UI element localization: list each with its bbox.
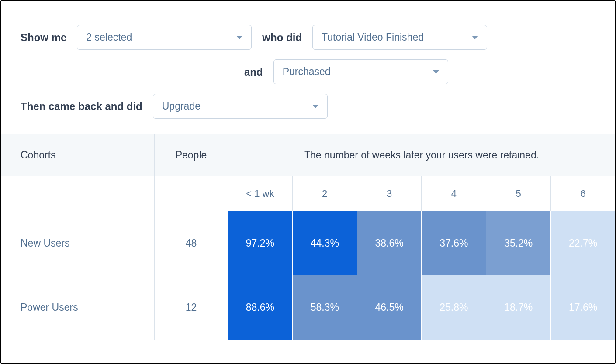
- table-header-row: Cohorts People The number of weeks later…: [1, 134, 615, 176]
- header-retained: The number of weeks later your users wer…: [228, 134, 615, 176]
- heat-cell: 58.3%: [293, 275, 357, 340]
- week-label: 4: [422, 176, 486, 211]
- then-dropdown[interactable]: Upgrade: [153, 94, 328, 119]
- show-me-label: Show me: [21, 31, 66, 44]
- cohort-name: New Users: [1, 211, 155, 275]
- heat-cell: 22.7%: [551, 211, 615, 275]
- then-label: Then came back and did: [21, 100, 142, 113]
- chevron-down-icon: [236, 36, 242, 39]
- heat-cell: 18.7%: [486, 275, 551, 340]
- cohort-people: 12: [155, 275, 228, 340]
- then-value: Upgrade: [162, 100, 201, 112]
- chevron-down-icon: [433, 70, 439, 74]
- heat-cell: 35.2%: [486, 211, 551, 275]
- header-people: People: [155, 134, 228, 176]
- show-me-value: 2 selected: [86, 31, 132, 43]
- chevron-down-icon: [312, 105, 318, 108]
- week-header-row: < 1 wk23456: [1, 176, 615, 211]
- week-label: 2: [293, 176, 357, 211]
- cohort-name: Power Users: [1, 275, 155, 340]
- week-label: < 1 wk: [228, 176, 293, 211]
- cohort-people: 48: [155, 211, 228, 275]
- chevron-down-icon: [472, 36, 478, 39]
- heat-cell: 17.6%: [551, 275, 615, 340]
- week-label: 3: [357, 176, 422, 211]
- heat-cell: 88.6%: [228, 275, 293, 340]
- table-row: New Users4897.2%44.3%38.6%37.6%35.2%22.7…: [1, 211, 615, 275]
- heat-cell: 44.3%: [293, 211, 357, 275]
- week-label: 5: [486, 176, 551, 211]
- and-dropdown[interactable]: Purchased: [273, 59, 448, 84]
- and-value: Purchased: [283, 66, 331, 78]
- table-row: Power Users1288.6%58.3%46.5%25.8%18.7%17…: [1, 275, 615, 340]
- header-cohorts: Cohorts: [1, 134, 155, 176]
- show-me-dropdown[interactable]: 2 selected: [77, 25, 252, 50]
- blank-cell: [155, 176, 228, 211]
- who-did-label: who did: [262, 31, 302, 44]
- query-builder: Show me 2 selected who did Tutorial Vide…: [1, 1, 615, 134]
- and-label: and: [244, 66, 263, 78]
- week-label: 6: [551, 176, 615, 211]
- heat-cell: 37.6%: [422, 211, 486, 275]
- heat-cell: 38.6%: [357, 211, 422, 275]
- who-did-value: Tutorial Video Finished: [322, 31, 424, 43]
- retention-table: Cohorts People The number of weeks later…: [1, 134, 615, 340]
- heat-cell: 25.8%: [422, 275, 486, 340]
- who-did-dropdown[interactable]: Tutorial Video Finished: [312, 25, 487, 50]
- heat-cell: 97.2%: [228, 211, 293, 275]
- blank-cell: [1, 176, 155, 211]
- heat-cell: 46.5%: [357, 275, 422, 340]
